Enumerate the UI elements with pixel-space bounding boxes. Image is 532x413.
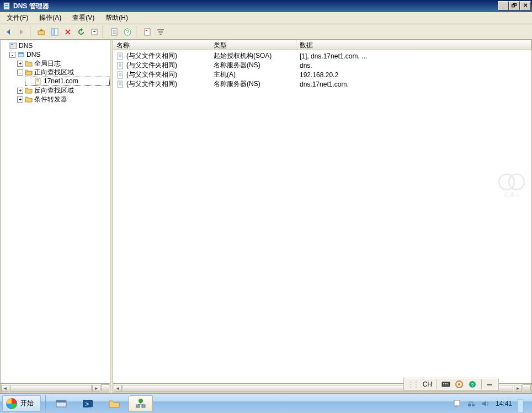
svg-marker-4 — [20, 29, 23, 35]
menu-action[interactable]: 操作(A) — [35, 12, 66, 24]
tree-reverse-zone[interactable]: + 反向查找区域 — [17, 86, 110, 95]
clock[interactable]: 14:41 — [496, 400, 512, 407]
tree-cond-fwd[interactable]: + 条件转发器 — [17, 95, 110, 104]
list-pane[interactable]: 名称 类型 数据 (与父文件夹相同)起始授权机构(SOA)[1], dns.17… — [113, 40, 532, 384]
tree-reverse-zone-label: 反向查找区域 — [34, 86, 74, 95]
tree-zone-17net1[interactable]: 17net1.com — [25, 77, 110, 86]
tree-cond-fwd-label: 条件转发器 — [34, 95, 67, 104]
record-type: 名称服务器(NS) — [210, 61, 296, 70]
svg-rect-36 — [118, 62, 123, 69]
col-name[interactable]: 名称 — [113, 40, 210, 51]
expand-icon[interactable]: + — [17, 61, 23, 67]
svg-rect-49 — [443, 383, 444, 384]
svg-rect-66 — [454, 400, 460, 406]
task-powershell[interactable]: >_ — [76, 395, 100, 412]
properties-button[interactable] — [108, 26, 120, 38]
up-button[interactable] — [35, 26, 47, 38]
record-list: (与父文件夹相同)起始授权机构(SOA)[1], dns.17net1.com,… — [113, 50, 531, 90]
svg-rect-51 — [446, 383, 448, 384]
task-explorer[interactable] — [102, 395, 126, 412]
lang-minimize-icon[interactable] — [486, 380, 495, 389]
lang-sep — [437, 379, 437, 389]
col-type[interactable]: 类型 — [210, 40, 296, 51]
collapse-icon[interactable]: - — [9, 52, 15, 58]
restore-button[interactable]: 🗗 — [509, 1, 520, 10]
export-button[interactable] — [88, 26, 100, 38]
tray-network-icon[interactable] — [467, 399, 476, 408]
svg-marker-67 — [456, 406, 457, 407]
back-button[interactable] — [2, 26, 14, 38]
svg-text:?: ? — [126, 29, 129, 35]
refresh-button[interactable] — [75, 26, 87, 38]
scroll-right-button[interactable]: ► — [514, 385, 522, 392]
tray-volume-icon[interactable] — [481, 399, 490, 408]
tree-forward-zone[interactable]: - 正向查找区域 — [17, 68, 110, 77]
minimize-button[interactable]: _ — [498, 1, 509, 10]
tree-scrollbar[interactable]: ◄ ► — [0, 384, 110, 393]
lang-grip-icon[interactable]: ⋮⋮ — [407, 380, 418, 388]
scroll-right-button[interactable]: ► — [92, 385, 100, 392]
record-data: dns.17net1.com. — [296, 81, 531, 88]
record-name: (与父文件夹相同) — [126, 79, 177, 89]
help-button[interactable]: ? — [121, 26, 134, 38]
exp-space — [26, 78, 33, 84]
svg-rect-23 — [159, 34, 162, 35]
new-record-button[interactable] — [141, 26, 153, 38]
collapse-icon[interactable]: - — [17, 69, 23, 76]
svg-rect-69 — [472, 404, 475, 406]
menu-view[interactable]: 查看(V) — [68, 12, 99, 24]
scroll-thumb[interactable] — [10, 385, 92, 392]
record-name: (与父文件夹相同) — [126, 61, 177, 70]
record-name: (与父文件夹相同) — [126, 51, 177, 61]
svg-text:亿速云: 亿速云 — [503, 191, 520, 197]
task-dns-manager[interactable] — [129, 395, 153, 412]
tree-global-logs[interactable]: + 全局日志 — [17, 59, 110, 68]
main-area: DNS - DNS + — [0, 40, 532, 384]
scroll-left-button[interactable]: ◄ — [114, 385, 122, 392]
filter-button[interactable] — [155, 26, 167, 38]
ime-help-icon[interactable]: ? — [468, 380, 477, 389]
svg-marker-73 — [482, 401, 486, 406]
start-label: 开始 — [20, 399, 34, 408]
record-row[interactable]: (与父文件夹相同)主机(A)192.168.20.2 — [113, 70, 531, 79]
svg-rect-63 — [142, 405, 145, 407]
task-server-manager[interactable] — [49, 395, 73, 412]
language-bar[interactable]: ⋮⋮ CH ? — [403, 378, 499, 391]
delete-button[interactable] — [62, 26, 74, 38]
forward-button[interactable] — [15, 26, 28, 38]
record-name: (与父文件夹相同) — [126, 70, 177, 79]
close-button[interactable]: ✕ — [520, 1, 531, 10]
record-type: 主机(A) — [210, 70, 296, 79]
tree-pane[interactable]: DNS - DNS + — [0, 40, 110, 384]
dns-root-icon — [9, 41, 18, 50]
expand-icon[interactable]: + — [17, 88, 23, 94]
svg-rect-21 — [157, 29, 164, 30]
col-data[interactable]: 数据 — [296, 40, 531, 51]
menu-file[interactable]: 文件(F) — [2, 12, 33, 24]
record-row[interactable]: (与父文件夹相同)名称服务器(NS)dns.17net1.com. — [113, 79, 531, 89]
menu-help[interactable]: 帮助(H) — [101, 12, 132, 24]
record-row[interactable]: (与父文件夹相同)起始授权机构(SOA)[1], dns.17net1.com,… — [113, 51, 531, 61]
tray-action-center-icon[interactable] — [453, 399, 461, 408]
show-hide-tree-button[interactable] — [49, 26, 61, 38]
tree-server-label: DNS — [26, 50, 40, 59]
tree-server[interactable]: - DNS — [9, 50, 110, 59]
column-headers: 名称 类型 数据 — [113, 40, 531, 50]
lang-code[interactable]: CH — [423, 380, 432, 388]
tree-root-dns[interactable]: DNS — [2, 41, 110, 50]
start-button[interactable]: 开始 — [2, 395, 41, 412]
folder-icon — [24, 59, 33, 68]
scroll-left-button[interactable]: ◄ — [1, 385, 9, 392]
svg-rect-31 — [36, 82, 39, 82]
svg-rect-1 — [5, 4, 8, 5]
record-row[interactable]: (与父文件夹相同)名称服务器(NS)dns. — [113, 61, 531, 70]
ime-options-icon[interactable] — [455, 380, 464, 389]
record-type: 起始授权机构(SOA) — [210, 51, 296, 61]
svg-rect-2 — [5, 6, 8, 7]
svg-point-61 — [139, 399, 143, 403]
svg-rect-74 — [518, 399, 523, 412]
expand-icon[interactable]: + — [17, 96, 23, 103]
show-desktop-button[interactable] — [518, 399, 526, 408]
server-icon — [17, 50, 25, 59]
keyboard-icon[interactable] — [441, 380, 450, 389]
